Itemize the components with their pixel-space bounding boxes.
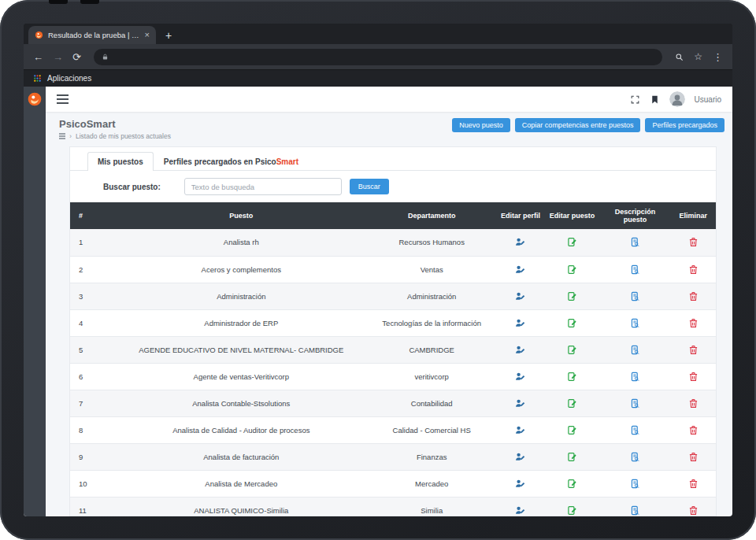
back-icon[interactable]: ←: [33, 52, 43, 62]
col-puesto: Puesto: [115, 202, 367, 229]
collapsed-sidebar[interactable]: [24, 87, 46, 516]
trash-icon: [688, 505, 699, 516]
descripcion-puesto-button[interactable]: [628, 397, 642, 410]
doc-view-icon: [630, 237, 640, 247]
list-icon: [59, 133, 65, 139]
delete-puesto-button[interactable]: [687, 504, 700, 517]
delete-puesto-button[interactable]: [687, 343, 700, 357]
delete-puesto-button[interactable]: [687, 235, 700, 249]
bookmarks-apps-label[interactable]: Aplicaciones: [47, 74, 91, 83]
edit-puesto-button[interactable]: [565, 397, 579, 410]
psicosmart-logo-icon[interactable]: [27, 91, 43, 107]
table-row: 7 Analista Contable-Stsolutions Contabil…: [70, 390, 716, 416]
tablet-volume-button: [49, 0, 68, 4]
favicon-psicosmart: [35, 31, 43, 39]
search-label: Buscar puesto:: [103, 183, 161, 191]
buscar-button[interactable]: Buscar: [350, 179, 389, 194]
edit-puesto-button[interactable]: [565, 316, 579, 330]
delete-puesto-button[interactable]: [687, 477, 700, 490]
reload-icon[interactable]: ⟳: [72, 52, 81, 62]
row-number: 2: [70, 256, 115, 283]
tab-perfiles-precargados[interactable]: Perfiles precargados en PsicoSmart: [154, 152, 309, 171]
copiar-competencias-button[interactable]: Copiar competencias entre puestos: [515, 118, 641, 132]
hamburger-menu-icon[interactable]: [57, 94, 69, 104]
edit-profile-button[interactable]: [513, 316, 527, 330]
descripcion-puesto-button[interactable]: [628, 504, 642, 517]
row-departamento: Administración: [367, 283, 496, 309]
row-puesto: Analista Contable-Stsolutions: [115, 390, 367, 416]
row-puesto: Analista rh: [115, 229, 367, 256]
trash-icon: [688, 345, 699, 355]
row-number: 8: [70, 416, 115, 443]
descripcion-puesto-button[interactable]: [628, 477, 642, 490]
delete-puesto-button[interactable]: [687, 397, 700, 410]
delete-puesto-button[interactable]: [687, 423, 700, 437]
edit-profile-button[interactable]: [513, 423, 527, 437]
fullscreen-icon[interactable]: [630, 94, 640, 105]
descripcion-puesto-button[interactable]: [628, 263, 642, 276]
table-row: 8 Analista de Calidad - Auditor de proce…: [70, 416, 716, 443]
descripcion-puesto-button[interactable]: [628, 370, 642, 383]
descripcion-puesto-button[interactable]: [628, 290, 642, 303]
bookmark-icon[interactable]: [650, 94, 660, 105]
row-departamento: Tecnologías de la información: [367, 309, 496, 336]
trash-icon: [688, 291, 699, 301]
trash-icon: [688, 398, 699, 409]
delete-puesto-button[interactable]: [687, 450, 700, 464]
descripcion-puesto-button[interactable]: [628, 235, 642, 249]
apps-grid-icon[interactable]: [33, 74, 42, 83]
search-input[interactable]: [184, 178, 342, 195]
edit-profile-button[interactable]: [513, 263, 527, 276]
breadcrumb-label: Listado de mis puestos actuales: [76, 132, 171, 140]
edit-puesto-button[interactable]: [565, 504, 579, 517]
edit-profile-button[interactable]: [513, 450, 527, 464]
edit-profile-button[interactable]: [513, 235, 527, 249]
edit-puesto-button[interactable]: [565, 477, 579, 490]
descripcion-puesto-button[interactable]: [628, 450, 642, 464]
delete-puesto-button[interactable]: [687, 290, 700, 303]
perfiles-precargados-button[interactable]: Perfiles precargados: [645, 118, 724, 132]
puestos-card: Mis puestos Perfiles precargados en Psic…: [69, 146, 717, 516]
descripcion-puesto-button[interactable]: [628, 343, 642, 357]
search-icon[interactable]: [675, 53, 684, 61]
user-label[interactable]: Usuario: [695, 95, 721, 104]
row-departamento: Similia: [367, 497, 496, 516]
descripcion-puesto-button[interactable]: [628, 316, 642, 330]
edit-puesto-button[interactable]: [565, 235, 579, 249]
card-tabs: Mis puestos Perfiles precargados en Psic…: [70, 147, 716, 171]
edit-puesto-button[interactable]: [565, 290, 579, 303]
edit-profile-button[interactable]: [513, 343, 527, 357]
edit-profile-button[interactable]: [513, 370, 527, 383]
row-puesto: ANALISTA QUIMICO-Similia: [115, 497, 367, 516]
delete-puesto-button[interactable]: [687, 263, 700, 276]
edit-profile-button[interactable]: [513, 397, 527, 410]
edit-puesto-button[interactable]: [565, 343, 579, 357]
edit-puesto-button[interactable]: [565, 370, 579, 383]
row-number: 7: [70, 390, 115, 416]
delete-puesto-button[interactable]: [687, 316, 700, 330]
nuevo-puesto-button[interactable]: Nuevo puesto: [452, 118, 510, 132]
col-descripcion-puesto: Descripción puesto: [599, 202, 670, 229]
user-avatar[interactable]: [669, 91, 685, 107]
new-tab-button[interactable]: +: [165, 30, 172, 41]
edit-puesto-button[interactable]: [565, 263, 579, 276]
row-number: 5: [70, 336, 115, 363]
edit-puesto-button[interactable]: [565, 450, 579, 464]
edit-profile-button[interactable]: [513, 290, 527, 303]
address-bar[interactable]: [94, 49, 662, 65]
delete-puesto-button[interactable]: [687, 370, 700, 383]
forward-icon[interactable]: →: [53, 52, 63, 62]
tab-mis-puestos[interactable]: Mis puestos: [87, 152, 154, 171]
doc-view-icon: [630, 345, 640, 355]
menu-dots-icon[interactable]: ⋮: [713, 52, 723, 62]
trash-icon: [688, 452, 699, 462]
edit-profile-button[interactable]: [513, 477, 527, 490]
breadcrumb: › Listado de mis puestos actuales: [59, 132, 171, 140]
col-num: #: [70, 202, 115, 229]
browser-tab[interactable]: Resultado de la prueba | Smart ×: [28, 26, 156, 44]
star-icon[interactable]: ☆: [694, 52, 702, 61]
tab-close-icon[interactable]: ×: [145, 31, 150, 39]
edit-puesto-button[interactable]: [565, 423, 579, 437]
edit-profile-button[interactable]: [513, 504, 527, 517]
descripcion-puesto-button[interactable]: [628, 423, 642, 437]
